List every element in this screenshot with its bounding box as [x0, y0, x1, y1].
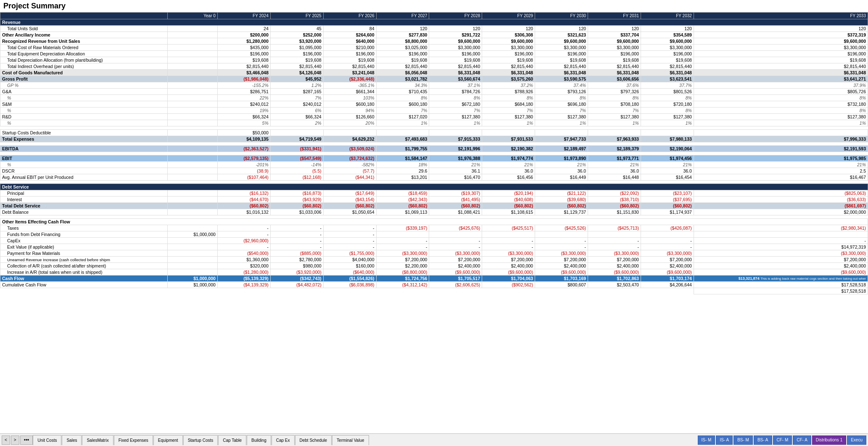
bs-m-btn[interactable]: BS- M — [733, 436, 753, 445]
principal-row: Principal ($16,132) ($16,873) ($17,649) … — [0, 190, 868, 197]
gp-pct-row: GP % -155.2% 1.2% -365.1% 34.3% 37.1% 37… — [0, 82, 868, 89]
execu-btn[interactable]: Execu — [847, 436, 866, 445]
gross-profit-row: Gross Profit ($1,986,048) $45,952 ($2,33… — [0, 76, 868, 82]
header-label — [0, 13, 168, 19]
unearned-revenue-row: Unearned Revenue Increase (cash collecte… — [0, 257, 868, 263]
header-fy2031: FY 2031 — [588, 13, 641, 19]
plant-dep-row: Total Depreciation Allocation (from plan… — [0, 57, 868, 63]
sm-row: S&M $240,012 $240,012 $600,180 $600,180 … — [0, 101, 868, 108]
header-fy2026: FY 2026 — [323, 13, 376, 19]
ancillary-income-row: Other Ancillary Income $200,000 $252,000… — [0, 32, 868, 38]
cf-a-btn[interactable]: CF- A — [793, 436, 811, 445]
taxes-row: Taxes - - - ($339,197) ($425,676) ($425,… — [0, 225, 868, 231]
is-m-btn[interactable]: IS- M — [698, 436, 715, 445]
recognized-revenue-row: Recognized Revenue from Unit Sales $1,28… — [0, 38, 868, 45]
ebit-pct-row: % -201% -14% -582% 18% 21% 21% 21% 21% 2… — [0, 162, 868, 168]
ebit-row: EBIT ($2,579,135) ($547,549) ($3,724,632… — [0, 155, 868, 162]
distributions-btn[interactable]: Distributions 1 — [812, 436, 846, 445]
tab-more-btn[interactable]: ••• — [20, 436, 33, 445]
header-fy2024: FY 2024 — [217, 13, 270, 19]
cash-flow-row: Cash Flow $1,000,000 ($5,139,329) ($342,… — [0, 275, 868, 282]
spacer1 — [0, 126, 868, 130]
spacer2 — [0, 142, 868, 146]
header-fy2033: FY 2033 — [694, 13, 868, 19]
increase-ar-row: Increase in A/R (total sales when unit i… — [0, 269, 868, 275]
header-fy2027: FY 2027 — [376, 13, 429, 19]
bs-a-btn[interactable]: BS- A — [754, 436, 772, 445]
rd-pct-row: % 5% 2% 20% 1% 1% 1% 1% 1% 1% 1% — [0, 120, 868, 126]
header-year0: Year 0 — [167, 13, 217, 19]
header-fy2025: FY 2025 — [270, 13, 323, 19]
total-units-row: Total Units Sold 24 45 84 120 120 120 12… — [0, 26, 868, 32]
equip-dep-row: Total Equipment Depreciation Allocation … — [0, 51, 868, 57]
capex-row: CapEx ($2,960,000) - - - - - - - - - — [0, 238, 868, 244]
indirect-overhead-row: Total Indirect Overhead (per units) $2,8… — [0, 63, 868, 70]
tab-terminal-value[interactable]: Terminal Value — [332, 435, 369, 445]
cogs-row: Cost of Goods Manufactured $3,466,048 $4… — [0, 70, 868, 76]
debt-service-header: Debt Service — [0, 184, 868, 190]
tab-unit-costs[interactable]: Unit Costs — [33, 435, 61, 445]
header-fy2028: FY 2028 — [429, 13, 482, 19]
tab-prev-btn[interactable]: < — [2, 436, 10, 445]
cf-m-btn[interactable]: CF- M — [773, 436, 792, 445]
tab-equipment[interactable]: Equipment — [153, 435, 183, 445]
ebitda-row: EBITDA ($2,363,527) ($331,941) ($3,509,0… — [0, 146, 868, 152]
tab-cap-ex[interactable]: Cap Ex — [272, 435, 295, 445]
ga-row: G&A $286,751 $287,165 $661,344 $710,435 … — [0, 89, 868, 95]
collection-ar-row: Collection of A/R (cash collected at/aft… — [0, 263, 868, 269]
spacer3 — [0, 152, 868, 155]
raw-materials-payment-row: Payment for Raw Materials ($540,000) ($8… — [0, 250, 868, 257]
interest-row: Interest ($44,670) ($43,929) ($43,154) (… — [0, 197, 868, 203]
tab-building[interactable]: Building — [247, 435, 271, 445]
right-buttons: IS- M IS- A BS- M BS- A CF- M CF- A Dist… — [698, 436, 866, 445]
rd-row: R&D $66,324 $66,324 $126,660 $127,020 $1… — [0, 114, 868, 120]
other-items-header: Other Items Effecting Cash Flow — [0, 219, 868, 225]
tab-fixed-expenses[interactable]: Fixed Expenses — [114, 435, 153, 445]
revenue-header: Revenue — [0, 19, 868, 26]
dscr-row: DSCR (38.9) (5.5) (57.7) 29.6 36.1 36.0 … — [0, 168, 868, 174]
debt-balance-row: Debt Balance $1,016,132 $1,033,006 $1,05… — [0, 209, 868, 215]
tabs-bar: < > ••• Unit Costs Sales SalesMatrix Fix… — [0, 433, 868, 446]
avg-ebit-row: Avg. Annual EBIT per Unit Produced ($107… — [0, 174, 868, 181]
tab-next-btn[interactable]: > — [11, 436, 19, 445]
is-a-btn[interactable]: IS- A — [716, 436, 733, 445]
total-debt-service-row: Total Debt Service ($60,802) ($60,802) (… — [0, 203, 868, 209]
table-wrapper: Year 0 FY 2024 FY 2025 FY 2026 FY 2027 F… — [0, 12, 868, 433]
sm-pct-row: % 19% 6% 94% 7% 7% 7% 7% 7% 8% 8% — [0, 108, 868, 114]
header-fy2032: FY 2032 — [641, 13, 694, 19]
header-fy2029: FY 2029 — [482, 13, 535, 19]
tab-debt-schedule[interactable]: Debt Schedule — [295, 435, 332, 445]
tab-startup-costs[interactable]: Startup Costs — [183, 435, 218, 445]
cumulative-cashflow-row: Cumulative Cash Flow $1,000,000 ($4,139,… — [0, 282, 868, 288]
header-fy2030: FY 2030 — [535, 13, 588, 19]
spacer4 — [0, 181, 868, 184]
tab-cap-table[interactable]: Cap Table — [218, 435, 246, 445]
page-title: Project Summary — [0, 0, 868, 12]
page-container: Project Summary Year 0 FY 2024 FY 2025 F… — [0, 0, 868, 446]
total-expenses-row: Total Expenses $4,109,135 $4,719,549 $4,… — [0, 136, 868, 142]
tab-sales-matrix[interactable]: SalesMatrix — [82, 435, 113, 445]
final-val-row: $17,528,518 — [0, 288, 868, 294]
tab-sales[interactable]: Sales — [62, 435, 82, 445]
ga-pct-row: % 22% 7% 103% 8% 8% 8% 8% 8% 8% 8% — [0, 95, 868, 101]
main-table: Year 0 FY 2024 FY 2025 FY 2026 FY 2027 F… — [0, 12, 868, 294]
raw-materials-row: Total Cost of Raw Materials Ordered $435… — [0, 45, 868, 51]
startup-deductible-row: Startup Costs Deductible $50,000 — [0, 130, 868, 136]
spacer5 — [0, 215, 868, 219]
debt-financing-row: Funds from Debt Financing $1,000,000 - -… — [0, 231, 868, 238]
exit-value-row: Exit Value (if applicable) - - - - - - -… — [0, 244, 868, 250]
